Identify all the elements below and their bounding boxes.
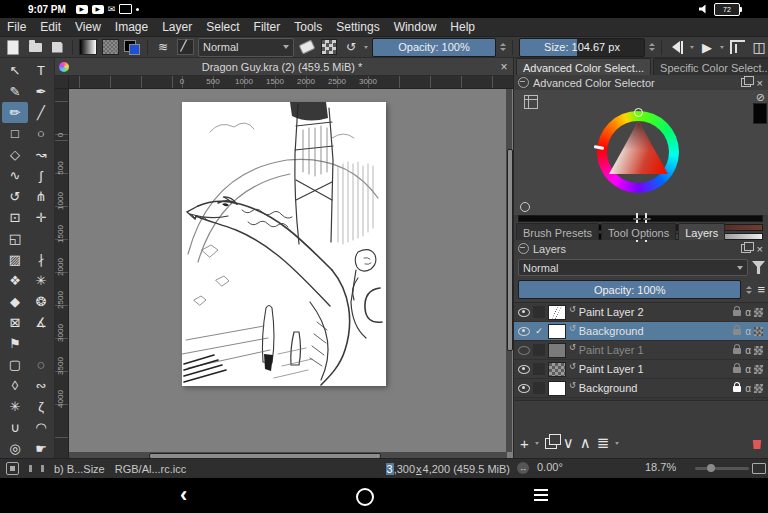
lower-layer-button[interactable]: ∨ [563,434,574,452]
color-history-icon[interactable] [520,202,530,212]
polygon-select-tool[interactable]: ◊ [2,375,28,396]
layer-select-check[interactable] [533,344,545,356]
ellipse-tool[interactable]: ○ [28,123,54,144]
menu-item[interactable]: Help [443,20,482,34]
color-sampler-tool[interactable]: ∤ [28,249,54,270]
dynamic-brush-tool[interactable]: ↺ [2,186,28,207]
delete-layer-button[interactable] [751,437,763,449]
alpha-lock-icon[interactable] [745,307,751,318]
nav-back-button[interactable]: ‹ [180,482,187,508]
menu-item[interactable]: Tools [287,20,329,34]
float-docker-icon[interactable] [741,244,751,253]
selection-mode-icon[interactable] [6,462,19,475]
rect-select-tool[interactable]: ▢ [2,354,28,375]
docker-tab[interactable]: Brush Presets [516,223,599,240]
alpha-lock-icon[interactable] [745,383,751,394]
open-document-icon[interactable] [26,39,44,55]
lock-icon[interactable] [733,348,741,354]
layer-row[interactable]: ✓ ↺ Baackground [514,322,768,341]
freehand-brush-tool[interactable]: ✏ [2,102,28,123]
inherit-alpha-icon[interactable] [754,308,763,317]
menu-item[interactable]: View [68,20,108,34]
menu-item[interactable]: Select [199,20,246,34]
visibility-eye-icon[interactable] [518,384,530,393]
alpha-lock-icon[interactable] [745,326,751,337]
show-canvas-only-icon[interactable] [728,39,746,55]
smart-patch-tool[interactable]: ✳ [28,270,54,291]
vertical-scrollbar[interactable] [506,89,512,452]
selector-settings-icon[interactable] [524,95,538,109]
assistants-tool[interactable]: ⊠ [2,312,28,333]
layer-row[interactable]: ↺ Paint Layer 1 [514,360,768,379]
mirror-horizontal-icon[interactable] [668,39,686,55]
fit-to-screen-icon[interactable] [752,463,766,474]
zoom-tool[interactable]: ◎ [2,438,28,459]
nav-menu-button[interactable] [534,489,548,501]
pattern-edit-tool[interactable]: ❖ [2,270,28,291]
size-spinner[interactable] [649,43,655,51]
opacity-slider[interactable]: Opacity: 100% [372,38,496,57]
layer-row[interactable]: ↺ Background [514,379,768,398]
rectangle-tool[interactable]: □ [2,123,28,144]
outline-select-tool[interactable]: ◠ [28,417,54,438]
reference-images-tool[interactable]: ⚑ [2,333,28,354]
menu-item[interactable]: Window [387,20,444,34]
wrap-around-icon[interactable]: ▶ [698,39,716,55]
close-document-icon[interactable]: × [495,60,513,74]
magnetic-select-tool[interactable]: ∪ [2,417,28,438]
lock-icon[interactable] [733,367,741,373]
layer-blending-mode-dropdown[interactable]: Normal [518,259,748,276]
layer-select-check[interactable] [533,363,545,375]
inherit-alpha-icon[interactable] [754,327,763,336]
lock-icon[interactable] [733,310,741,316]
layer-select-check[interactable] [533,306,545,318]
docker-collapse-icon[interactable] [518,243,529,254]
visibility-eye-icon[interactable] [518,327,530,336]
eraser-mode-icon[interactable] [298,39,316,55]
inherit-alpha-icon[interactable] [754,384,763,393]
duplicate-layer-button[interactable] [545,438,557,449]
ellipse-select-tool[interactable]: ◌ [28,354,54,375]
chevron-down-icon[interactable] [720,46,724,49]
similar-color-select-tool[interactable]: ✳ [2,396,28,417]
menu-item[interactable]: Filter [247,20,288,34]
tab-specific-color-selector[interactable]: Specific Color Select... [653,58,768,75]
chevron-down-icon[interactable] [535,442,539,445]
layer-properties-button[interactable]: ≣ [597,434,610,452]
canvas-page[interactable] [182,102,386,386]
visibility-eye-icon[interactable] [518,365,530,374]
transform-tool[interactable]: ⊡ [2,207,28,228]
menu-item[interactable]: Layer [155,20,199,34]
brush-settings-icon[interactable]: ≋ [154,39,172,55]
docker-splitter[interactable] [514,216,768,221]
gradient-chooser[interactable] [79,39,97,55]
layer-select-check[interactable]: ✓ [533,325,545,337]
visibility-eye-icon[interactable] [518,308,530,317]
calligraphy-tool[interactable]: ✒ [28,81,54,102]
layer-row[interactable]: ↺ Paint Layer 1 [514,341,768,360]
canvas-area[interactable]: Dragon Guy.kra (2) (459.5 MiB) * × 05001… [55,58,513,458]
advanced-color-selector[interactable]: ⊘ [514,90,768,215]
polygon-tool[interactable]: ◇ [2,144,28,165]
edit-shapes-tool[interactable]: ✎ [2,81,28,102]
inherit-alpha-icon[interactable] [754,365,763,374]
docker-tab[interactable]: Tool Options [601,223,676,240]
menu-item[interactable]: Image [108,20,155,34]
docker-collapse-icon[interactable] [518,77,529,88]
add-layer-button[interactable]: + [520,435,529,452]
visibility-eye-icon[interactable] [518,346,530,355]
float-docker-icon[interactable] [741,78,751,87]
close-docker-icon[interactable]: × [755,77,765,89]
alpha-lock-icon[interactable] [745,345,751,356]
canvas-viewport[interactable] [69,89,513,452]
close-docker-icon[interactable]: × [755,243,765,255]
layer-filter-icon[interactable] [752,261,765,274]
pattern-chooser[interactable] [101,39,119,55]
brush-preset-chooser[interactable] [176,39,194,55]
bezier-select-tool[interactable]: ζ [28,396,54,417]
docker-tab[interactable]: Layers [678,223,725,240]
layer-menu-icon[interactable]: ≡ [757,282,765,297]
bezier-curve-tool[interactable]: ∿ [2,165,28,186]
crop-tool[interactable]: ◱ [2,228,28,249]
measure-tool[interactable]: ∡ [28,312,54,333]
